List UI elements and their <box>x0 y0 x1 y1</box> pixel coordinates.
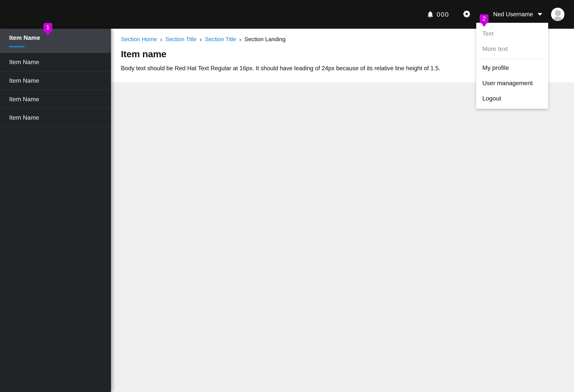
breadcrumb-separator-icon: › <box>236 36 244 42</box>
settings-button[interactable] <box>463 10 470 18</box>
sidebar-item-3[interactable]: Item Name <box>0 71 111 90</box>
sidebar-item-5[interactable]: Item Name <box>0 108 111 127</box>
avatar-body-shape <box>553 17 563 21</box>
annotation-marker-tail <box>45 31 51 36</box>
gear-icon <box>463 10 470 18</box>
sidebar-item-label: Item Name <box>9 114 39 121</box>
breadcrumb-link-section-title-1[interactable]: Section Title <box>165 36 197 42</box>
menu-divider <box>476 59 548 59</box>
annotation-marker-number: 2 <box>482 15 486 22</box>
annotation-marker-1: 1 <box>43 23 52 32</box>
breadcrumb-separator-icon: › <box>157 36 165 42</box>
annotation-marker-tail <box>481 23 487 27</box>
sidebar-nav-list: Item Name Item Name Item Name Item Name … <box>0 29 111 127</box>
avatar[interactable] <box>551 8 564 21</box>
notification-count: 000 <box>437 11 449 18</box>
sidebar-item-4[interactable]: Item Name <box>0 90 111 108</box>
annotation-marker-number: 1 <box>46 24 49 31</box>
caret-down-icon <box>538 13 542 16</box>
menu-item-logout[interactable]: Logout <box>476 91 548 106</box>
sidebar-nav: Item Name Item Name Item Name Item Name … <box>0 29 111 392</box>
breadcrumb-current-page: Section Landing <box>244 36 286 42</box>
sidebar-item-label: Item Name <box>9 96 39 103</box>
menu-item-user-management[interactable]: User management <box>476 75 548 91</box>
breadcrumb-link-section-home[interactable]: Section Home <box>121 36 157 42</box>
notifications-button[interactable]: 000 <box>426 10 449 18</box>
sidebar-item-label: Item Name <box>9 77 39 84</box>
bell-icon <box>426 10 434 18</box>
sidebar-item-label: Item Name <box>9 59 39 66</box>
avatar-head-shape <box>555 10 561 16</box>
user-dropdown-menu: Text More text My profile User managemen… <box>476 23 548 109</box>
sidebar-item-2[interactable]: Item Name <box>0 53 111 71</box>
selected-indicator <box>9 46 24 47</box>
breadcrumb-separator-icon: › <box>197 36 205 42</box>
masthead-toolbar: 000 Ned Username <box>426 8 564 21</box>
sidebar-item-1-selected[interactable]: Item Name <box>0 29 111 53</box>
menu-item-text: Text <box>476 26 548 41</box>
username-label: Ned Username <box>493 11 533 18</box>
menu-item-my-profile[interactable]: My profile <box>476 60 548 75</box>
menu-item-more-text: More text <box>476 41 548 57</box>
annotation-marker-2: 2 <box>480 14 489 23</box>
sidebar-item-label: Item Name <box>9 34 40 41</box>
user-dropdown-toggle[interactable]: Ned Username <box>493 11 542 18</box>
breadcrumb-link-section-title-2[interactable]: Section Title <box>205 36 236 42</box>
